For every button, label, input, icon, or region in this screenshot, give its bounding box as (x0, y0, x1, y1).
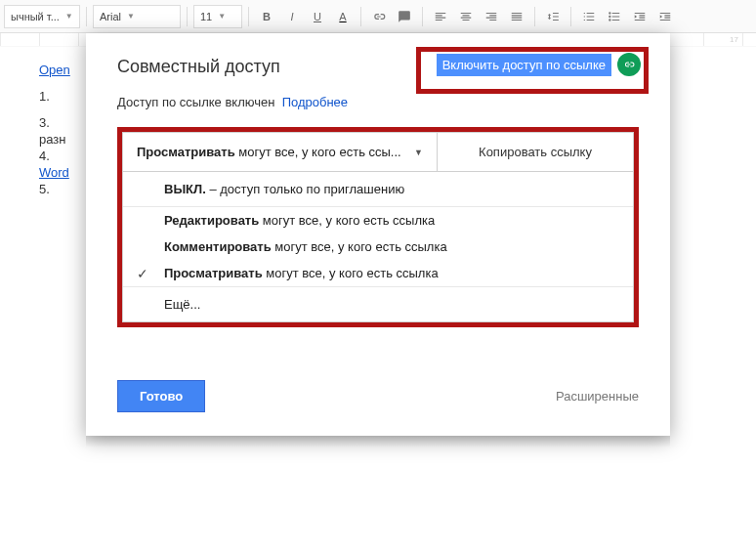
permission-dropdown[interactable]: Просматривать могут все, у кого есть ссы… (123, 133, 438, 171)
permission-option-edit[interactable]: Редактировать могут все, у кого есть ссы… (123, 206, 633, 234)
dialog-shadow (86, 436, 670, 447)
permission-option-view[interactable]: ✓ Просматривать могут все, у кого есть с… (123, 260, 633, 286)
dialog-footer: Готово Расширенные (117, 380, 639, 412)
enable-link-button[interactable]: Включить доступ по ссылке (437, 54, 611, 76)
learn-more-link[interactable]: Подробнее (282, 95, 348, 109)
permission-option-comment[interactable]: Комментировать могут все, у кого есть сс… (123, 234, 633, 260)
permission-dropdown-label: Просматривать могут все, у кого есть ссы… (137, 145, 401, 159)
enable-link-row: Включить доступ по ссылке (437, 53, 641, 76)
permissions-header: Просматривать могут все, у кого есть ссы… (122, 132, 634, 171)
permission-option-more[interactable]: Ещё... (123, 286, 633, 321)
check-icon: ✓ (137, 266, 148, 281)
status-text: Доступ по ссылке включен (117, 95, 274, 109)
share-dialog: Совместный доступ Включить доступ по ссы… (86, 33, 670, 436)
link-icon (623, 59, 635, 70)
modal-overlay: Совместный доступ Включить доступ по ссы… (0, 0, 756, 553)
link-status-line: Доступ по ссылке включен Подробнее (117, 95, 639, 109)
done-button[interactable]: Готово (117, 380, 205, 412)
permission-options: ВЫКЛ. – доступ только по приглашению Ред… (122, 171, 634, 322)
copy-link-button[interactable]: Копировать ссылку (438, 133, 633, 171)
permission-option-off[interactable]: ВЫКЛ. – доступ только по приглашению (123, 172, 633, 206)
chevron-down-icon: ▼ (414, 148, 423, 157)
link-status-badge[interactable] (617, 53, 641, 76)
advanced-link[interactable]: Расширенные (556, 389, 639, 404)
permissions-panel: Просматривать могут все, у кого есть ссы… (117, 127, 639, 327)
